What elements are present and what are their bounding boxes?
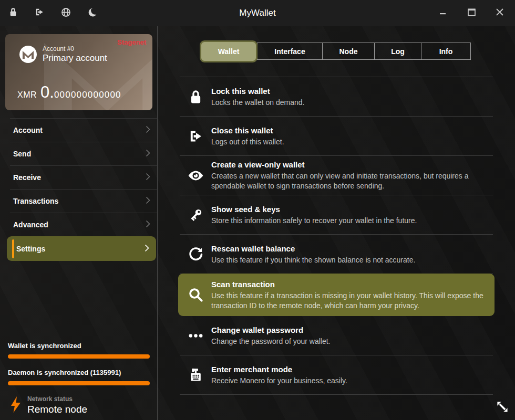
sidebar-item-label: Send: [13, 150, 31, 158]
search-icon: [180, 286, 211, 303]
settings-row-description: Use this feature if you think the shown …: [211, 255, 491, 265]
chevron-right-icon: [145, 244, 149, 254]
tab-label: Node: [339, 47, 358, 56]
titlebar: MyWallet: [0, 0, 515, 26]
wallet-sync-status: Wallet is synchronized: [8, 342, 150, 350]
settings-row-description: Store this information safely to recover…: [211, 216, 491, 226]
resize-cursor-icon[interactable]: [495, 399, 510, 415]
settings-row-title: Create a view-only wallet: [211, 160, 491, 170]
sidebar-item-advanced[interactable]: Advanced: [10, 213, 157, 236]
chevron-right-icon: [146, 173, 150, 182]
balance-integer: 0.: [40, 83, 54, 102]
wallet-sync-progressbar: [8, 354, 150, 359]
wallet-balance: XMR 0. 000000000000: [17, 83, 121, 102]
sidebar-item-label: Advanced: [13, 220, 48, 229]
sidebar-item-label: Transactions: [13, 197, 58, 205]
settings-row-title: Change wallet password: [211, 325, 491, 335]
sidebar-item-send[interactable]: Send: [10, 142, 157, 165]
account-name: Primary account: [43, 53, 107, 64]
sidebar-item-transactions[interactable]: Transactions: [10, 189, 157, 213]
tab-node[interactable]: Node: [322, 43, 375, 60]
sidebar-item-label: Settings: [16, 245, 45, 253]
tab-wallet[interactable]: Wallet: [200, 40, 258, 62]
settings-row-title: Show seed & keys: [211, 204, 491, 215]
refresh-icon: [180, 246, 211, 262]
eye-icon: [180, 167, 211, 184]
tab-label: Log: [391, 47, 405, 56]
chevron-right-icon: [146, 149, 150, 159]
logout-icon: [180, 128, 211, 144]
settings-row-lock-wallet[interactable]: Lock this wallet Locks the wallet on dem…: [180, 77, 493, 117]
sidebar-menu: Account Send Receive Transactions Advanc…: [0, 118, 157, 261]
cash-register-icon: [180, 367, 211, 383]
settings-row-title: Scan transaction: [211, 279, 491, 290]
sidebar-item-receive[interactable]: Receive: [10, 165, 157, 189]
settings-row-close-wallet[interactable]: Close this wallet Logs out of this walle…: [180, 117, 493, 156]
network-status-value: Remote node: [27, 404, 87, 415]
window-controls: [437, 0, 506, 26]
settings-row-description: Logs out of this wallet.: [211, 137, 491, 147]
settings-row-description: Use this feature if a transaction is mis…: [211, 291, 491, 311]
settings-tabs: Wallet Interface Node Log Info: [200, 43, 471, 60]
tab-info[interactable]: Info: [421, 43, 471, 60]
tab-label: Wallet: [218, 47, 240, 56]
daemon-sync-status: Daemon is synchronized (1135991): [8, 369, 150, 376]
ellipsis-icon: [180, 328, 211, 344]
monero-logo-icon: [19, 46, 37, 63]
chevron-right-icon: [146, 125, 150, 135]
settings-row-description: Change the password of your wallet.: [211, 337, 491, 346]
settings-row-change-password[interactable]: Change wallet password Change the passwo…: [180, 316, 493, 355]
minimize-button[interactable]: [437, 7, 449, 19]
settings-row-rescan-balance[interactable]: Rescan wallet balance Use this feature i…: [180, 235, 493, 274]
settings-row-description: Locks the wallet on demand.: [211, 98, 491, 108]
minimize-icon: [439, 8, 447, 18]
close-button[interactable]: [493, 7, 506, 19]
chevron-right-icon: [146, 196, 150, 206]
balance-fraction: 000000000000: [54, 90, 121, 100]
sidebar-item-label: Account: [13, 126, 43, 134]
network-type-badge: Stagenet: [117, 38, 146, 46]
settings-row-title: Lock this wallet: [211, 86, 491, 97]
tab-label: Interface: [274, 47, 305, 56]
close-icon: [495, 7, 504, 19]
tab-log[interactable]: Log: [374, 43, 421, 60]
lightning-bolt-icon: [9, 396, 22, 415]
chevron-right-icon: [146, 220, 150, 229]
status-panel: Wallet is synchronized Daemon is synchro…: [8, 342, 150, 415]
account-number: Account #0: [43, 45, 107, 52]
sidebar: Stagenet Account #0 Primary account XMR …: [0, 26, 158, 420]
maximize-icon: [467, 8, 476, 19]
sidebar-item-account[interactable]: Account: [10, 118, 157, 142]
sidebar-item-label: Receive: [13, 173, 41, 182]
tab-label: Info: [439, 47, 453, 56]
account-card[interactable]: Stagenet Account #0 Primary account XMR …: [5, 34, 152, 110]
settings-row-title: Enter merchant mode: [211, 364, 491, 375]
settings-row-seed-keys[interactable]: Show seed & keys Store this information …: [180, 195, 493, 235]
network-status-row[interactable]: Network status Remote node: [8, 395, 150, 415]
settings-panel: Wallet Interface Node Log Info Lock this…: [158, 26, 515, 420]
daemon-sync-progressbar: [8, 381, 150, 385]
network-status-label: Network status: [27, 395, 87, 403]
tab-interface[interactable]: Interface: [257, 43, 323, 60]
maximize-button[interactable]: [465, 7, 478, 19]
key-icon: [180, 207, 211, 223]
lock-icon: [180, 89, 211, 105]
settings-row-scan-transaction[interactable]: Scan transaction Use this feature if a t…: [178, 274, 495, 316]
settings-row-description: Creates a new wallet that can only view …: [211, 171, 491, 191]
settings-row-title: Rescan wallet balance: [211, 244, 491, 254]
sidebar-item-settings[interactable]: Settings: [7, 236, 156, 261]
settings-row-title: Close this wallet: [211, 125, 491, 136]
settings-row-merchant-mode[interactable]: Enter merchant mode Receive Monero for y…: [180, 355, 493, 395]
settings-row-view-only-wallet[interactable]: Create a view-only wallet Creates a new …: [180, 156, 493, 195]
settings-rows: Lock this wallet Locks the wallet on dem…: [180, 77, 493, 395]
settings-row-description: Receive Monero for your business, easily…: [211, 376, 491, 386]
balance-currency: XMR: [17, 90, 37, 100]
